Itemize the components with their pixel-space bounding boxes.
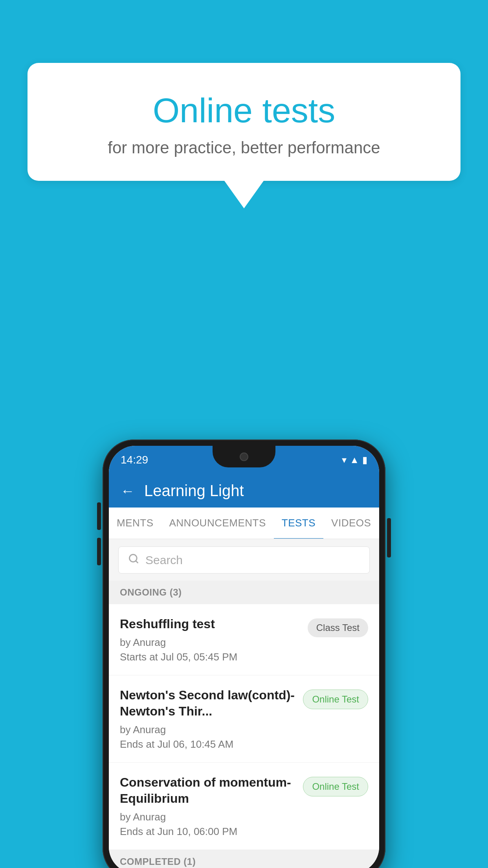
status-icons: ▾ ▲ ▮ xyxy=(342,454,367,465)
completed-section-header: COMPLETED (1) xyxy=(109,850,379,868)
phone-wrapper: 14:29 ▾ ▲ ▮ ← Learning Light MENTS ANNOU… xyxy=(103,440,385,868)
test-author-2: by Anurag xyxy=(120,724,297,736)
test-date-1: Starts at Jul 05, 05:45 PM xyxy=(120,651,301,663)
tab-videos[interactable]: VIDEOS xyxy=(323,508,379,539)
test-badge-1: Class Test xyxy=(308,618,368,637)
test-info-1: Reshuffling test by Anurag Starts at Jul… xyxy=(120,616,308,663)
volume-up-button[interactable] xyxy=(97,502,101,530)
speech-bubble: Online tests for more practice, better p… xyxy=(28,63,460,181)
speech-bubble-subtitle: for more practice, better performance xyxy=(51,138,437,157)
test-name-3: Conservation of momentum-Equilibrium xyxy=(120,774,297,807)
test-item-3[interactable]: Conservation of momentum-Equilibrium by … xyxy=(109,763,379,850)
test-name-1: Reshuffling test xyxy=(120,616,301,633)
app-title: Learning Light xyxy=(144,482,244,500)
test-name-2: Newton's Second law(contd)-Newton's Thir… xyxy=(120,687,297,720)
test-item-1[interactable]: Reshuffling test by Anurag Starts at Jul… xyxy=(109,604,379,675)
test-badge-2: Online Test xyxy=(303,690,368,709)
test-item-2[interactable]: Newton's Second law(contd)-Newton's Thir… xyxy=(109,675,379,763)
test-date-2: Ends at Jul 06, 10:45 AM xyxy=(120,738,297,750)
status-time: 14:29 xyxy=(121,454,148,466)
test-author-3: by Anurag xyxy=(120,811,297,823)
volume-down-button[interactable] xyxy=(97,538,101,565)
speech-bubble-container: Online tests for more practice, better p… xyxy=(28,63,460,208)
phone-notch xyxy=(213,446,275,467)
wifi-icon: ▾ xyxy=(342,454,347,465)
search-icon xyxy=(128,553,139,567)
app-header: ← Learning Light xyxy=(109,474,379,508)
ongoing-section-header: ONGOING (3) xyxy=(109,581,379,604)
signal-icon: ▲ xyxy=(350,454,359,465)
search-bar[interactable]: Search xyxy=(118,546,370,574)
phone-camera xyxy=(240,452,248,461)
back-button[interactable]: ← xyxy=(121,483,135,499)
tab-announcements[interactable]: ANNOUNCEMENTS xyxy=(161,508,274,539)
test-author-1: by Anurag xyxy=(120,636,301,649)
search-bar-container: Search xyxy=(109,539,379,581)
search-input-placeholder: Search xyxy=(145,554,183,567)
test-date-3: Ends at Jun 10, 06:00 PM xyxy=(120,826,297,838)
tabs-container: MENTS ANNOUNCEMENTS TESTS VIDEOS xyxy=(109,508,379,539)
test-badge-3: Online Test xyxy=(303,777,368,796)
battery-icon: ▮ xyxy=(362,454,367,465)
test-info-3: Conservation of momentum-Equilibrium by … xyxy=(120,774,303,838)
test-info-2: Newton's Second law(contd)-Newton's Thir… xyxy=(120,687,303,750)
phone-frame: 14:29 ▾ ▲ ▮ ← Learning Light MENTS ANNOU… xyxy=(103,440,385,868)
speech-bubble-arrow xyxy=(224,181,264,208)
power-button[interactable] xyxy=(387,518,391,557)
svg-line-1 xyxy=(136,561,138,563)
tab-ments[interactable]: MENTS xyxy=(109,508,161,539)
phone-screen: 14:29 ▾ ▲ ▮ ← Learning Light MENTS ANNOU… xyxy=(109,446,379,868)
status-bar: 14:29 ▾ ▲ ▮ xyxy=(109,446,379,474)
speech-bubble-title: Online tests xyxy=(51,90,437,131)
tab-tests[interactable]: TESTS xyxy=(274,508,323,539)
